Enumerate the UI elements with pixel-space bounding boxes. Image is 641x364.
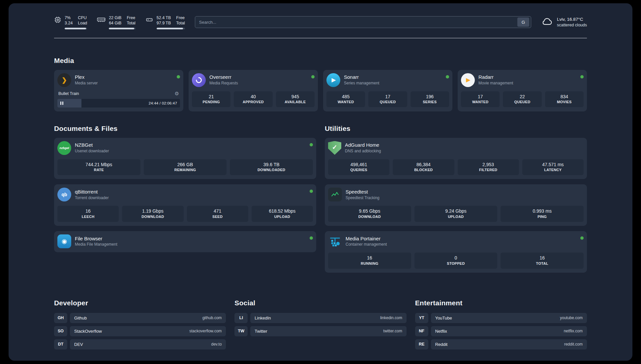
bookmark-linkedin[interactable]: LI LinkedInlinkedin.com — [234, 313, 406, 323]
service-card-nzbget[interactable]: nzbget NZBGet Usenet downloader 744.21 M… — [54, 138, 316, 179]
section-title-entertainment: Entertainment — [415, 299, 587, 307]
status-dot — [580, 75, 584, 78]
stat-tile: 834MOVIES — [545, 91, 584, 107]
bookmark-url: dev.to — [211, 342, 222, 347]
ram-free-value: 22 GiB — [109, 15, 121, 20]
service-card-plex[interactable]: ❯ Plex Media server Bullet Train ⚙ 24:44… — [54, 70, 183, 111]
service-subtitle: Media Requests — [209, 81, 238, 86]
stat-tile: 47.571 msLATENCY — [522, 159, 584, 175]
weather-widget[interactable]: Lviv, 16.87°C scattered clouds — [541, 16, 587, 28]
bookmark-name: Github — [74, 316, 87, 320]
weather-location: Lviv, 16.87°C — [557, 16, 587, 22]
section-title-documents: Documents & Files — [54, 125, 316, 133]
stat-tile: 9.65 GbpsDOWNLOAD — [328, 206, 411, 222]
bookmark-abbr: YT — [415, 313, 428, 323]
stat-tile: 945AVAILABLE — [276, 91, 315, 107]
service-subtitle: Container management — [346, 242, 387, 247]
service-subtitle: Torrent downloader — [75, 196, 109, 200]
memory-widget: 22 GiB 64 GiB Free Total — [97, 15, 136, 29]
search-bar: G — [195, 16, 531, 28]
bookmark-github[interactable]: GH Githubgithub.com — [54, 313, 226, 323]
bookmark-url: stackoverflow.com — [189, 329, 222, 333]
gear-icon[interactable]: ⚙ — [175, 91, 179, 97]
bookmark-url: linkedin.com — [380, 316, 402, 320]
speedtest-icon — [328, 188, 342, 201]
stat-tile: 9.24 GbpsUPLOAD — [414, 206, 498, 222]
service-card-sonarr[interactable]: ▶ Sonarr Series management 485WANTED 17Q… — [323, 70, 452, 111]
stat-tile: 0STOPPED — [414, 253, 498, 269]
section-title-developer: Developer — [54, 299, 226, 307]
stat-tile: 1.19 GbpsDOWNLOAD — [122, 206, 183, 222]
status-dot — [310, 143, 313, 146]
nzbget-icon: nzbget — [57, 141, 71, 155]
search-input[interactable] — [199, 20, 517, 25]
radarr-icon: ▶ — [461, 73, 475, 87]
bookmark-abbr: TW — [234, 326, 248, 336]
cpu-label: CPU — [78, 15, 87, 20]
service-name: Plex — [75, 74, 98, 80]
bookmark-abbr: NF — [415, 326, 428, 336]
disk-icon — [145, 16, 153, 25]
stat-tile: 40APPROVED — [234, 91, 272, 107]
bookmark-stackoverflow[interactable]: SO StackOverflowstackoverflow.com — [54, 326, 226, 336]
portainer-icon — [328, 234, 342, 248]
cpu-icon — [54, 16, 61, 25]
stat-tile: 471SEED — [187, 206, 248, 222]
stat-tile: 266 GBREMAINING — [144, 159, 227, 175]
bookmark-name: Netflix — [435, 329, 447, 334]
pause-icon[interactable] — [60, 102, 63, 105]
status-dot — [310, 236, 313, 240]
cloud-icon — [541, 17, 553, 27]
stat-tile: 498,461QUERIES — [328, 159, 389, 175]
service-card-radarr[interactable]: ▶ Radarr Movie management 17WANTED 22QUE… — [458, 70, 587, 111]
ram-free-label: Free — [127, 15, 135, 20]
bookmark-abbr: GH — [54, 313, 67, 323]
stat-tile: 196SERIES — [411, 91, 449, 107]
stat-tile: 39.6 TBDOWNLOADED — [230, 159, 313, 175]
bookmark-name: YouTube — [435, 316, 452, 320]
ram-total-label: Total — [127, 20, 135, 26]
bookmark-reddit[interactable]: RE Redditreddit.com — [415, 339, 587, 349]
ram-progress-bar — [109, 28, 136, 29]
service-name: Radarr — [478, 74, 513, 80]
bookmark-abbr: LI — [234, 313, 248, 323]
playback-time: 24:44 / 02:06:47 — [149, 101, 180, 105]
top-bar: 7% 3.24 CPU Load — [54, 15, 587, 29]
service-subtitle: Movie management — [478, 81, 513, 86]
bookmark-name: LinkedIn — [255, 316, 271, 320]
overseerr-icon — [192, 73, 206, 87]
service-card-filebrowser[interactable]: ◉ File Browser Media File Management — [54, 231, 316, 252]
stat-tile: 485WANTED — [326, 91, 365, 107]
service-card-speedtest[interactable]: Speedtest Speedtest Tracking 9.65 GbpsDO… — [325, 184, 587, 226]
service-card-portainer[interactable]: Media Portainer Container management 16R… — [325, 231, 587, 273]
status-dot — [310, 190, 313, 193]
disk-free-label: Free — [176, 15, 185, 20]
stat-tile: 618.52 MbpsUPLOAD — [252, 206, 313, 222]
service-name: NZBGet — [75, 142, 109, 148]
service-card-overseerr[interactable]: Overseerr Media Requests 21PENDING 40APP… — [189, 70, 318, 111]
service-card-adguard[interactable]: ✓ AdGuard Home DNS and adblocking 498,46… — [325, 138, 587, 179]
dashboard-panel: 7% 3.24 CPU Load — [9, 3, 632, 361]
cpu-widget: 7% 3.24 CPU Load — [54, 15, 87, 29]
disk-widget: 52.4 TB 97.9 TB Free Total — [145, 15, 185, 29]
stat-tile: 2,953FILTERED — [458, 159, 519, 175]
service-name: qBittorrent — [75, 189, 109, 195]
service-card-qbittorrent[interactable]: qb qBittorrent Torrent downloader 16LEEC… — [54, 184, 316, 226]
status-dot — [311, 75, 315, 78]
bookmark-netflix[interactable]: NF Netflixnetflix.com — [415, 326, 587, 336]
memory-icon — [97, 16, 106, 25]
weather-condition: scattered clouds — [557, 22, 587, 28]
stat-tile: 21PENDING — [192, 91, 230, 107]
bookmark-twitter[interactable]: TW Twittertwitter.com — [234, 326, 406, 336]
ram-total-value: 64 GiB — [109, 20, 121, 26]
now-playing-title: Bullet Train — [58, 91, 79, 96]
stat-tile: 17QUEUED — [368, 91, 407, 107]
filebrowser-icon: ◉ — [57, 234, 71, 248]
stat-tile: 16RUNNING — [328, 253, 411, 269]
bookmark-youtube[interactable]: YT YouTubeyoutube.com — [415, 313, 587, 323]
search-engine-button[interactable]: G — [517, 17, 529, 27]
bookmark-dev[interactable]: DT DEVdev.to — [54, 339, 226, 349]
service-subtitle: Usenet downloader — [75, 149, 109, 154]
stat-tile: 744.21 MbpsRATE — [57, 159, 140, 175]
plex-player-bar[interactable]: 24:44 / 02:06:47 — [57, 99, 180, 107]
